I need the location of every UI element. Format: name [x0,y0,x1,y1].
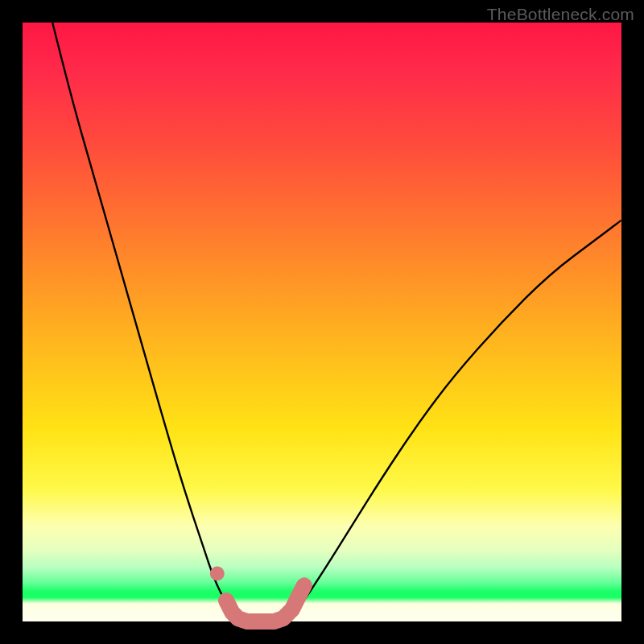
valley-highlight [226,585,304,621]
highlight-dot-outlier [210,567,225,581]
chart-frame: TheBottleneck.com [0,0,644,644]
bottleneck-curve [52,23,621,621]
curve-layer [23,23,621,621]
plot-area [23,23,621,621]
watermark-text: TheBottleneck.com [487,5,634,24]
